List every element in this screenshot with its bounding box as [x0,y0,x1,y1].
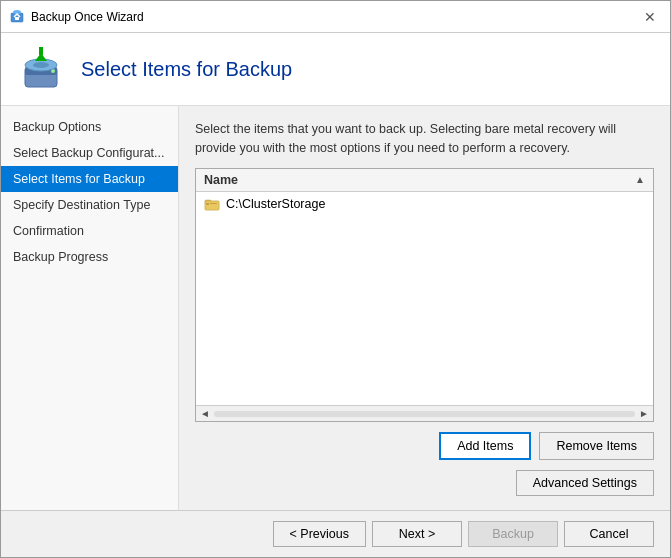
next-button[interactable]: Next > [372,521,462,547]
sidebar: Backup Options Select Backup Configurat.… [1,106,179,510]
svg-rect-9 [39,47,43,55]
footer: < Previous Next > Backup Cancel [1,510,670,557]
sidebar-item-backup-progress[interactable]: Backup Progress [1,244,178,270]
title-bar-left: Backup Once Wizard [9,9,144,25]
action-buttons-row: Add Items Remove Items [195,432,654,460]
folder-icon [204,196,220,212]
row-label: C:\ClusterStorage [226,197,325,211]
title-bar: Backup Once Wizard ✕ [1,1,670,33]
sidebar-item-select-backup-configuration[interactable]: Select Backup Configurat... [1,140,178,166]
sidebar-item-backup-options[interactable]: Backup Options [1,114,178,140]
sidebar-item-specify-destination-type[interactable]: Specify Destination Type [1,192,178,218]
sidebar-item-select-items-for-backup[interactable]: Select Items for Backup [1,166,178,192]
sidebar-item-confirmation[interactable]: Confirmation [1,218,178,244]
svg-rect-2 [15,17,19,20]
main-content: Backup Options Select Backup Configurat.… [1,106,670,510]
svg-rect-13 [206,203,209,205]
main-window: Backup Once Wizard ✕ Select Items for Ba… [0,0,671,558]
add-items-button[interactable]: Add Items [439,432,531,460]
content-area: Select the items that you want to back u… [179,106,670,510]
column-name-header: Name [204,173,238,187]
svg-point-7 [33,62,49,68]
remove-items-button[interactable]: Remove Items [539,432,654,460]
scroll-left-arrow[interactable]: ◄ [200,408,210,419]
items-table: Name ▲ C:\ClusterStorage [195,168,654,423]
table-header: Name ▲ [196,169,653,192]
app-icon [9,9,25,25]
previous-button[interactable]: < Previous [273,521,366,547]
table-row[interactable]: C:\ClusterStorage [196,192,653,216]
header-area: Select Items for Backup [1,33,670,106]
svg-rect-14 [210,203,217,204]
description-text: Select the items that you want to back u… [195,120,654,158]
advanced-settings-button[interactable]: Advanced Settings [516,470,654,496]
horizontal-scrollbar[interactable]: ◄ ► [196,405,653,421]
advanced-buttons-row: Advanced Settings [195,470,654,496]
backup-button: Backup [468,521,558,547]
sort-arrow-icon: ▲ [635,174,645,185]
window-title: Backup Once Wizard [31,10,144,24]
page-title: Select Items for Backup [81,58,292,81]
scroll-right-arrow[interactable]: ► [639,408,649,419]
scroll-track[interactable] [214,411,635,417]
svg-rect-12 [205,201,219,210]
close-button[interactable]: ✕ [638,5,662,29]
cancel-button[interactable]: Cancel [564,521,654,547]
table-body[interactable]: C:\ClusterStorage [196,192,653,406]
wizard-icon [17,45,65,93]
